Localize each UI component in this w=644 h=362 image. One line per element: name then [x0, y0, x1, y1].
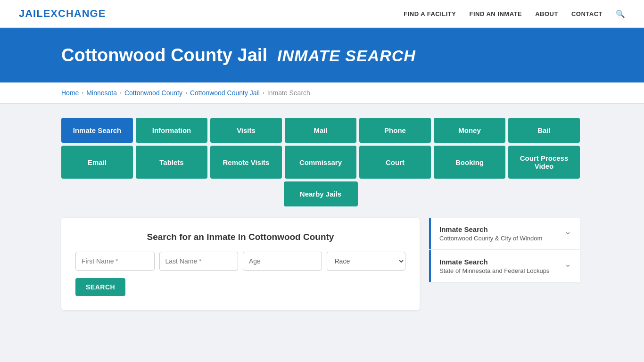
breadcrumb-home[interactable]: Home	[61, 89, 79, 97]
breadcrumb-minnesota[interactable]: Minnesota	[86, 89, 117, 97]
sidebar-item-cottonwood[interactable]: Inmate Search Cottonwood County & City o…	[429, 218, 580, 249]
hero-banner: Cottonwood County Jail INMATE SEARCH	[0, 28, 644, 82]
main-nav: FIND A FACILITY FIND AN INMATE ABOUT CON…	[404, 9, 625, 18]
button-grid-row2: Email Tablets Remote Visits Commissary C…	[61, 146, 580, 179]
search-icon[interactable]: 🔍	[616, 9, 625, 18]
breadcrumb-inmate-search: Inmate Search	[267, 89, 310, 97]
btn-money[interactable]: Money	[434, 118, 505, 143]
nav-find-facility[interactable]: FIND A FACILITY	[404, 10, 456, 17]
two-column-layout: Search for an Inmate in Cottonwood Count…	[61, 218, 580, 310]
btn-information[interactable]: Information	[136, 118, 207, 143]
sidebar-title-1: Inmate Search	[439, 258, 549, 266]
race-select[interactable]: Race White Black Hispanic Asian Other	[327, 252, 406, 271]
first-name-input[interactable]	[75, 252, 155, 271]
page-subtitle: INMATE SEARCH	[277, 47, 416, 65]
site-logo[interactable]: JAILEXCHANGE	[19, 8, 106, 20]
breadcrumb-bar: Home › Minnesota › Cottonwood County › C…	[0, 82, 644, 104]
breadcrumb-cottonwood-jail[interactable]: Cottonwood County Jail	[190, 89, 260, 97]
page-title: Cottonwood County Jail INMATE SEARCH	[61, 45, 625, 66]
btn-tablets[interactable]: Tablets	[136, 146, 207, 179]
nav-about[interactable]: ABOUT	[535, 10, 558, 17]
btn-court[interactable]: Court	[359, 146, 431, 179]
breadcrumb: Home › Minnesota › Cottonwood County › C…	[61, 89, 625, 97]
chevron-down-icon-1: ⌄	[564, 259, 571, 269]
breadcrumb-sep-0: ›	[82, 90, 83, 96]
sidebar-sub-0: Cottonwood County & City of Windom	[439, 235, 542, 242]
search-form-title: Search for an Inmate in Cottonwood Count…	[75, 232, 405, 242]
logo-exchange: EXCHANGE	[43, 8, 106, 19]
btn-booking[interactable]: Booking	[434, 146, 505, 179]
nav-contact[interactable]: CONTACT	[571, 10, 603, 17]
btn-court-process-video[interactable]: Court Process Video	[508, 146, 580, 179]
search-fields: Race White Black Hispanic Asian Other	[75, 252, 405, 271]
breadcrumb-cottonwood-county[interactable]: Cottonwood County	[124, 89, 182, 97]
breadcrumb-sep-1: ›	[120, 90, 122, 96]
btn-inmate-search[interactable]: Inmate Search	[61, 118, 133, 143]
sidebar: Inmate Search Cottonwood County & City o…	[429, 218, 580, 310]
button-grid-row3: Nearby Jails	[61, 181, 580, 206]
logo-jail: JAIL	[19, 8, 43, 19]
btn-bail[interactable]: Bail	[508, 118, 580, 143]
nav-find-inmate[interactable]: FIND AN INMATE	[469, 10, 522, 17]
btn-commissary[interactable]: Commissary	[285, 146, 356, 179]
inmate-search-form: Search for an Inmate in Cottonwood Count…	[61, 218, 420, 310]
main-content: Inmate Search Information Visits Mail Ph…	[0, 104, 644, 324]
jail-name: Cottonwood County Jail	[61, 45, 267, 65]
sidebar-sub-1: State of Minnesota and Federal Lockups	[439, 267, 549, 274]
button-grid-row1: Inmate Search Information Visits Mail Ph…	[61, 118, 580, 143]
sidebar-item-minnesota[interactable]: Inmate Search State of Minnesota and Fed…	[429, 250, 580, 282]
search-button[interactable]: SEARCH	[75, 278, 125, 296]
btn-visits[interactable]: Visits	[210, 118, 282, 143]
btn-nearby-jails[interactable]: Nearby Jails	[284, 181, 358, 206]
breadcrumb-sep-3: ›	[263, 90, 264, 96]
btn-email[interactable]: Email	[61, 146, 133, 179]
site-header: JAILEXCHANGE FIND A FACILITY FIND AN INM…	[0, 0, 644, 28]
last-name-input[interactable]	[159, 252, 239, 271]
chevron-down-icon-0: ⌄	[564, 226, 571, 237]
breadcrumb-sep-2: ›	[185, 90, 187, 96]
btn-remote-visits[interactable]: Remote Visits	[210, 146, 282, 179]
age-input[interactable]	[243, 252, 322, 271]
sidebar-title-0: Inmate Search	[439, 225, 542, 233]
btn-phone[interactable]: Phone	[359, 118, 431, 143]
btn-mail[interactable]: Mail	[285, 118, 356, 143]
